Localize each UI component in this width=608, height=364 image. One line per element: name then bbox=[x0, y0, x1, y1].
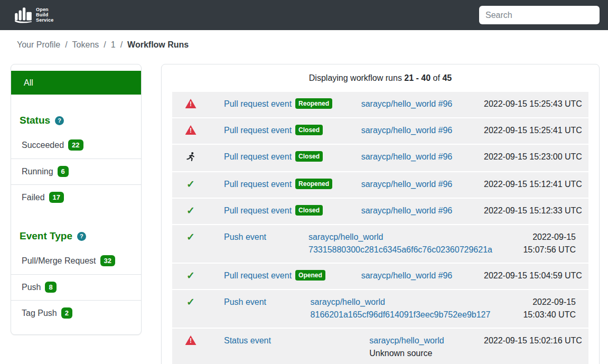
source-link[interactable]: saraycp/hello_world #96 bbox=[361, 206, 453, 215]
filter-item-failed[interactable]: Failed17 bbox=[11, 184, 141, 210]
source-link[interactable]: saraycp/hello_world bbox=[369, 336, 444, 345]
run-status-cell: ✓ bbox=[172, 269, 209, 283]
filter-item-pull-merge-request[interactable]: Pull/Merge Request32 bbox=[11, 248, 141, 274]
run-status-cell: ✓ bbox=[172, 296, 209, 321]
source-link[interactable]: saraycp/hello_world #96 bbox=[361, 271, 453, 280]
run-time-cell: 2022-09-15 15:25:43 UTC bbox=[484, 98, 588, 111]
run-source-cell: saraycp/hello_world #96 bbox=[330, 178, 484, 191]
run-event-cell: Pull request eventReopened bbox=[209, 178, 330, 191]
breadcrumb-link[interactable]: Tokens bbox=[72, 40, 99, 50]
summary-range: 21 - 40 bbox=[404, 73, 431, 82]
event-link[interactable]: Pull request event bbox=[224, 126, 292, 135]
breadcrumb-separator: / bbox=[120, 40, 123, 50]
factory-icon bbox=[14, 5, 33, 25]
breadcrumb-link[interactable]: Your Profile bbox=[17, 40, 60, 50]
event-link[interactable]: Status event bbox=[224, 336, 271, 345]
help-icon[interactable]: ? bbox=[55, 116, 64, 125]
run-timestamp: 2022-09-15 15:25:43 UTC bbox=[484, 98, 576, 110]
run-time-cell: 2022-09-1515:03:40 UTC bbox=[497, 296, 588, 321]
run-source-cell: saraycp/hello_world #96 bbox=[330, 151, 484, 165]
breadcrumb-current: Workflow Runs bbox=[127, 40, 189, 50]
run-event-cell: Push event bbox=[209, 296, 304, 321]
run-time-cell: 2022-09-15 15:23:00 UTC bbox=[484, 151, 588, 165]
summary-of: of bbox=[433, 73, 440, 82]
workflow-run-row: Status eventsaraycp/hello_worldUnknown s… bbox=[172, 329, 588, 364]
logo-wordmark: Open Build Service bbox=[36, 7, 53, 23]
top-navbar: Open Build Service bbox=[0, 0, 608, 30]
event-status-badge: Reopened bbox=[295, 98, 332, 109]
run-timestamp: 2022-09-15 bbox=[497, 231, 576, 244]
success-check-icon: ✓ bbox=[186, 296, 195, 307]
breadcrumb-link[interactable]: 1 bbox=[111, 40, 116, 50]
filter-count-badge: 17 bbox=[49, 192, 64, 203]
source-plain-text: Unknown source bbox=[369, 349, 432, 358]
workflow-run-row: Pull request eventClosedsaraycp/hello_wo… bbox=[172, 145, 588, 171]
filter-section-title: Event Type bbox=[20, 230, 72, 242]
filter-list: Succeeded22Running6Failed17 bbox=[11, 133, 141, 210]
run-time-cell: 2022-09-15 15:25:41 UTC bbox=[484, 124, 588, 137]
workflow-run-row: ✓Pull request eventOpenedsaraycp/hello_w… bbox=[172, 264, 588, 289]
event-link[interactable]: Pull request event bbox=[224, 152, 292, 161]
source-link[interactable]: saraycp/hello_world #96 bbox=[361, 99, 453, 108]
run-source-cell: saraycp/hello_world #96 bbox=[330, 124, 484, 137]
source-link[interactable]: saraycp/hello_world #96 bbox=[361, 180, 453, 189]
run-source-cell: saraycp/hello_world #96 bbox=[330, 269, 484, 283]
obs-logo[interactable]: Open Build Service bbox=[14, 5, 53, 25]
filter-count-badge: 2 bbox=[61, 307, 72, 319]
event-link[interactable]: Push event bbox=[224, 232, 266, 241]
filter-item-tag-push[interactable]: Tag Push2 bbox=[11, 300, 141, 326]
run-timestamp: 2022-09-15 bbox=[497, 296, 576, 309]
filter-item-running[interactable]: Running6 bbox=[11, 158, 141, 184]
running-person-icon bbox=[185, 152, 196, 166]
help-icon[interactable]: ? bbox=[77, 232, 86, 241]
run-event-cell: Pull request eventOpened bbox=[209, 269, 330, 283]
run-event-cell: Pull request eventClosed bbox=[209, 204, 330, 218]
run-status-cell bbox=[172, 151, 209, 165]
event-status-badge: Closed bbox=[295, 205, 323, 216]
event-status-badge: Opened bbox=[295, 270, 325, 281]
filter-item-push[interactable]: Push8 bbox=[11, 274, 141, 300]
workflow-run-row: ✓Pull request eventClosedsaraycp/hello_w… bbox=[172, 199, 588, 224]
run-timestamp: 2022-09-15 15:12:33 UTC bbox=[484, 204, 576, 217]
workflow-runs-card: Displaying workflow runs 21 - 40 of 45 P… bbox=[161, 64, 600, 364]
filters-card: All Status?Succeeded22Running6Failed17Ev… bbox=[11, 64, 142, 335]
source-block: saraycp/hello_world73315880300c281c6345a… bbox=[308, 231, 492, 256]
event-status-badge: Closed bbox=[295, 151, 323, 162]
run-timestamp: 2022-09-15 15:04:59 UTC bbox=[484, 269, 576, 282]
event-link[interactable]: Pull request event bbox=[224, 99, 292, 108]
breadcrumb: Your Profile/Tokens/1/Workflow Runs bbox=[17, 40, 189, 50]
source-link[interactable]: 8166201a165cf96df614091f3eec9b752ee9b127 bbox=[311, 310, 491, 319]
success-check-icon: ✓ bbox=[186, 270, 195, 281]
success-check-icon: ✓ bbox=[186, 231, 195, 242]
results-summary: Displaying workflow runs 21 - 40 of 45 bbox=[172, 72, 588, 85]
source-link[interactable]: saraycp/hello_world bbox=[311, 297, 385, 306]
filter-section-heading: Event Type? bbox=[11, 230, 141, 242]
event-link[interactable]: Pull request event bbox=[224, 271, 292, 280]
run-timestamp: 2022-09-15 15:12:41 UTC bbox=[484, 178, 576, 191]
filter-item-succeeded[interactable]: Succeeded22 bbox=[11, 133, 141, 158]
summary-total: 45 bbox=[442, 73, 452, 82]
run-timestamp: 2022-09-15 15:23:00 UTC bbox=[484, 151, 576, 163]
source-link[interactable]: saraycp/hello_world #96 bbox=[361, 126, 453, 135]
source-link[interactable]: saraycp/hello_world #96 bbox=[361, 152, 453, 161]
run-time-cell: 2022-09-15 15:12:41 UTC bbox=[484, 178, 588, 191]
filter-list: Pull/Merge Request32Push8Tag Push2 bbox=[11, 248, 141, 326]
workflow-run-row: ✓Pull request eventReopenedsaraycp/hello… bbox=[172, 172, 588, 198]
event-link[interactable]: Push event bbox=[224, 297, 266, 306]
run-status-cell: ✓ bbox=[172, 231, 209, 256]
event-link[interactable]: Pull request event bbox=[224, 180, 292, 189]
source-link[interactable]: 73315880300c281c6345a6f6c76c02360729621a bbox=[308, 245, 492, 254]
search-input[interactable] bbox=[479, 6, 600, 24]
source-block: saraycp/hello_world #96 bbox=[361, 269, 453, 282]
filter-all-item[interactable]: All bbox=[11, 71, 141, 95]
source-link[interactable]: saraycp/hello_world bbox=[308, 232, 383, 241]
workflow-run-row: Pull request eventReopenedsaraycp/hello_… bbox=[172, 92, 588, 117]
event-link[interactable]: Pull request event bbox=[224, 206, 292, 215]
filter-section: Status?Succeeded22Running6Failed17 bbox=[11, 115, 141, 210]
summary-prefix: Displaying workflow runs bbox=[309, 73, 402, 82]
filter-count-badge: 8 bbox=[45, 282, 56, 293]
failure-warning-icon bbox=[185, 125, 197, 135]
filter-section: Event Type?Pull/Merge Request32Push8Tag … bbox=[11, 230, 141, 326]
event-status-badge: Reopened bbox=[295, 179, 332, 189]
breadcrumb-separator: / bbox=[65, 40, 67, 50]
